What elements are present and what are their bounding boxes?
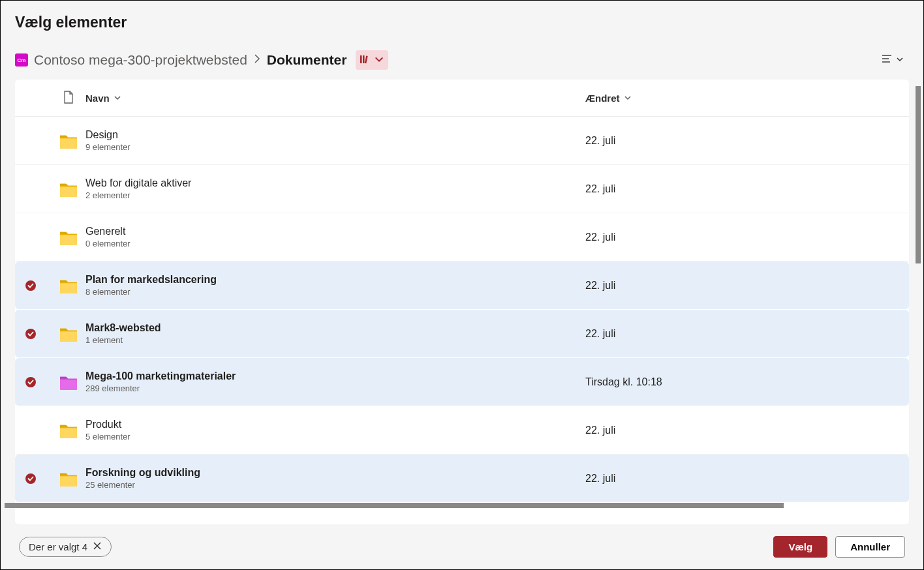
item-name: Forskning og udvikling [85,467,200,479]
selection-count-pill[interactable]: Der er valgt 4 [19,537,112,557]
folder-icon [54,423,83,438]
item-subtext: 289 elementer [85,383,140,393]
row-modified-cell: 22. juli [585,280,899,292]
file-list[interactable]: Navn Ændret Design 9 elementer 22. juli … [15,80,909,524]
list-view-icon [880,52,893,68]
row-modified-cell: 22. juli [585,183,899,195]
row-name-cell[interactable]: Generelt 0 elementer [83,226,585,248]
item-subtext: 8 elementer [85,287,131,297]
modified-column-header[interactable]: Ændret [585,93,899,104]
selection-count-text: Der er valgt 4 [29,541,87,552]
table-row[interactable]: Mark8-websted 1 element 22. juli [15,310,909,358]
item-name: Produkt [85,419,121,430]
item-subtext: 1 element [85,335,123,345]
item-subtext: 0 elementer [85,239,131,248]
chevron-right-icon [254,54,260,66]
table-row[interactable]: Mega-100 marketingmaterialer 289 element… [15,358,909,406]
row-name-cell[interactable]: Web for digitale aktiver 2 elementer [83,177,585,200]
clear-selection-icon[interactable] [93,541,102,552]
vertical-scrollbar[interactable] [916,86,921,263]
row-name-cell[interactable]: Mega-100 marketingmaterialer 289 element… [83,370,585,393]
row-select-cell[interactable] [25,473,54,485]
row-name-cell[interactable]: Produkt 5 elementer [83,419,585,442]
folder-icon [54,374,83,390]
select-items-dialog: Vælg elementer Cm Contoso mega-300-proje… [0,0,924,570]
row-modified-cell: 22. juli [585,473,899,485]
view-options-button[interactable] [875,48,909,72]
folder-icon [54,471,83,487]
dialog-actions: Vælg Annuller [773,536,905,558]
item-subtext: 2 elementer [85,190,131,200]
table-row[interactable]: Forskning og udvikling 25 elementer 22. … [15,455,909,503]
breadcrumb: Contoso mega-300-projektwebsted Dokument… [34,50,875,70]
library-type-button[interactable] [356,50,388,70]
chevron-down-icon [374,52,384,68]
item-name: Mega-100 marketingmaterialer [85,370,236,382]
breadcrumb-site-link[interactable]: Contoso mega-300-projektwebsted [34,52,247,68]
table-row[interactable]: Plan for markedslancering 8 elementer 22… [15,262,909,310]
library-icon [360,52,370,68]
breadcrumb-current[interactable]: Dokumenter [267,52,347,68]
chevron-down-icon [624,93,632,104]
row-name-cell[interactable]: Plan for markedslancering 8 elementer [83,274,585,297]
dialog-title: Vælg elementer [1,1,923,34]
chevron-down-icon [896,54,904,66]
dialog-topbar: Cm Contoso mega-300-projektwebsted Dokum… [1,34,923,80]
folder-icon [54,326,83,342]
item-name: Web for digitale aktiver [85,177,191,189]
svg-rect-2 [365,55,368,63]
dialog-footer: Der er valgt 4 Vælg Annuller [1,524,923,569]
item-subtext: 9 elementer [85,142,131,152]
cancel-button[interactable]: Annuller [835,536,905,558]
site-tile-icon: Cm [15,53,28,67]
folder-icon [54,278,83,293]
file-type-icon [63,91,74,106]
item-subtext: 25 elementer [85,480,135,490]
table-row[interactable]: Web for digitale aktiver 2 elementer 22.… [15,165,909,213]
row-modified-cell: 22. juli [585,232,899,243]
column-headers-row: Navn Ændret [15,80,909,117]
row-name-cell[interactable]: Forskning og udvikling 25 elementer [83,467,585,490]
row-select-cell[interactable] [25,376,54,388]
column-header-label: Ændret [585,93,620,104]
row-modified-cell: 22. juli [585,328,899,340]
folder-icon [54,230,83,245]
item-subtext: 5 elementer [85,432,131,442]
select-button[interactable]: Vælg [773,536,827,558]
chevron-down-icon [114,93,121,104]
row-modified-cell: 22. juli [585,425,899,436]
item-name: Mark8-websted [85,322,161,334]
svg-rect-1 [363,55,365,63]
row-modified-cell: 22. juli [585,135,899,147]
column-header-label: Navn [85,93,110,104]
table-row[interactable]: Design 9 elementer 22. juli [15,117,909,165]
row-select-cell[interactable] [25,280,54,292]
item-name: Generelt [85,226,125,237]
folder-icon [54,133,83,149]
row-name-cell[interactable]: Mark8-websted 1 element [83,322,585,345]
row-modified-cell: Tirsdag kl. 10:18 [585,376,899,388]
item-name: Design [85,129,118,141]
item-name: Plan for markedslancering [85,274,217,286]
folder-icon [54,181,83,197]
horizontal-scrollbar[interactable] [5,503,784,508]
row-name-cell[interactable]: Design 9 elementer [83,129,585,152]
svg-rect-0 [360,55,362,63]
row-select-cell[interactable] [25,328,54,340]
type-column-header[interactable] [54,91,83,106]
table-row[interactable]: Produkt 5 elementer 22. juli [15,406,909,455]
name-column-header[interactable]: Navn [83,93,585,104]
table-row[interactable]: Generelt 0 elementer 22. juli [15,213,909,262]
